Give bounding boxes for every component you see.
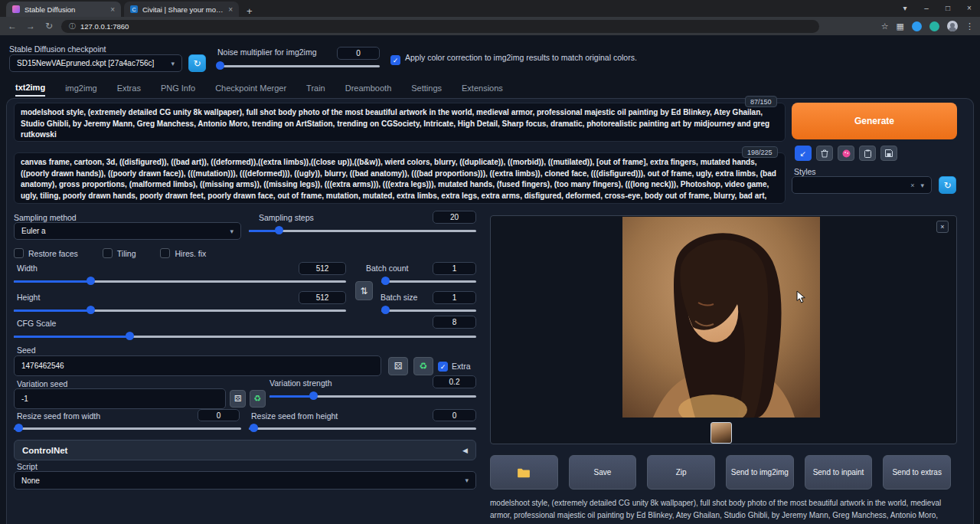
- zip-button[interactable]: Zip: [647, 455, 715, 490]
- tab-txt2img[interactable]: txt2img: [15, 83, 45, 97]
- close-window-icon[interactable]: ×: [959, 0, 980, 17]
- browser-tab-stable-diffusion[interactable]: Stable Diffusion ×: [6, 2, 121, 17]
- tab-train[interactable]: Train: [306, 84, 325, 96]
- cfg-scale-slider[interactable]: [14, 332, 476, 341]
- resize-seed-width-slider[interactable]: [14, 424, 241, 433]
- negative-prompt-token-counter: 198/225: [742, 146, 778, 158]
- controlnet-accordion[interactable]: ControlNet ◀: [14, 440, 476, 460]
- prompt-tool-row: ↙: [795, 146, 897, 161]
- new-tab-button[interactable]: +: [247, 5, 253, 17]
- address-bar[interactable]: ⓘ 127.0.0.1:7860: [61, 20, 819, 33]
- open-folder-button[interactable]: [490, 455, 558, 490]
- tab-extras[interactable]: Extras: [117, 84, 141, 96]
- slider-handle[interactable]: [309, 391, 318, 400]
- slider-handle[interactable]: [126, 332, 134, 340]
- extension-blue-icon[interactable]: [912, 21, 922, 31]
- height-slider[interactable]: [14, 306, 346, 315]
- browser-tab-civitai[interactable]: C Civitai | Share your models ×: [124, 2, 239, 17]
- swap-dimensions-button[interactable]: ⇅: [355, 281, 373, 300]
- resize-seed-height-value[interactable]: 0: [433, 409, 476, 421]
- refresh-checkpoints-button[interactable]: ↻: [188, 54, 206, 72]
- menu-kebab-icon[interactable]: ⋮: [965, 21, 974, 31]
- slider-handle[interactable]: [216, 61, 224, 70]
- random-variation-seed-button[interactable]: ⚄: [230, 390, 246, 408]
- slider-handle[interactable]: [250, 424, 258, 432]
- seed-extra-checkbox[interactable]: ✓: [438, 362, 448, 372]
- reuse-seed-button[interactable]: ♻: [413, 357, 433, 375]
- tab-img2img[interactable]: img2img: [65, 84, 97, 96]
- tab-dreambooth[interactable]: Dreambooth: [345, 84, 392, 96]
- prompt-textarea[interactable]: modelshoot style, (extremely detailed CG…: [14, 103, 786, 142]
- batch-size-value[interactable]: 1: [433, 291, 476, 304]
- variation-seed-input[interactable]: -1: [14, 388, 226, 409]
- save-style-button[interactable]: [880, 146, 897, 161]
- reuse-variation-seed-button[interactable]: ♻: [250, 390, 266, 408]
- width-slider[interactable]: [14, 277, 346, 286]
- height-value[interactable]: 512: [299, 291, 346, 304]
- slider-handle[interactable]: [87, 277, 95, 285]
- save-button[interactable]: Save: [569, 455, 637, 490]
- noise-multiplier-slider[interactable]: [217, 61, 380, 70]
- apps-grid-icon[interactable]: ▦: [897, 21, 904, 31]
- gallery-thumbnail[interactable]: [710, 422, 732, 444]
- batch-count-value[interactable]: 1: [433, 262, 476, 275]
- profile-avatar[interactable]: [947, 21, 958, 31]
- checkpoint-dropdown[interactable]: SD15NewVAEpruned.ckpt [27a4ac756c] ▾: [9, 54, 182, 72]
- slider-handle[interactable]: [87, 306, 95, 314]
- tab-close-icon[interactable]: ×: [228, 5, 233, 14]
- toggle-row: Restore faces Tiling Hires. fix: [14, 248, 206, 258]
- slider-handle[interactable]: [275, 226, 283, 234]
- script-dropdown[interactable]: None ▾: [14, 471, 476, 490]
- variation-strength-value[interactable]: 0.2: [433, 375, 476, 388]
- random-seed-button[interactable]: ⚄: [388, 357, 408, 375]
- sampling-steps-slider[interactable]: [249, 226, 476, 235]
- variation-strength-slider[interactable]: [270, 391, 476, 401]
- batch-count-slider[interactable]: [381, 277, 476, 286]
- restore-faces-checkbox[interactable]: [14, 248, 24, 258]
- width-value[interactable]: 512: [299, 262, 346, 275]
- color-correction-checkbox[interactable]: ✓: [390, 55, 400, 65]
- tab-checkpoint-merger[interactable]: Checkpoint Merger: [215, 84, 286, 96]
- resize-seed-height-slider[interactable]: [249, 424, 476, 433]
- tab-extensions[interactable]: Extensions: [462, 84, 503, 96]
- tiling-checkbox[interactable]: [103, 248, 113, 258]
- tiling-label: Tiling: [117, 249, 136, 258]
- slider-handle[interactable]: [15, 424, 23, 432]
- styles-dropdown[interactable]: × ▾: [792, 176, 932, 194]
- apply-style-button[interactable]: [859, 146, 876, 161]
- generate-button[interactable]: Generate: [792, 103, 957, 139]
- negative-prompt-textarea[interactable]: canvas frame, cartoon, 3d, ((disfigured)…: [14, 152, 786, 204]
- batch-size-slider[interactable]: [381, 306, 476, 315]
- cfg-scale-value[interactable]: 8: [433, 316, 476, 329]
- slider-handle[interactable]: [381, 306, 390, 314]
- slider-handle[interactable]: [381, 277, 390, 285]
- hires-fix-checkbox[interactable]: [160, 248, 170, 258]
- paste-params-button[interactable]: ↙: [795, 146, 812, 161]
- extension-teal-icon[interactable]: [929, 21, 939, 31]
- tab-search-icon[interactable]: ▾: [894, 0, 916, 17]
- tab-png-info[interactable]: PNG Info: [161, 84, 195, 96]
- maximize-icon[interactable]: □: [937, 0, 959, 17]
- seed-input[interactable]: 1476462546: [14, 355, 381, 376]
- send-to-extras-button[interactable]: Send to extras: [883, 455, 951, 490]
- clear-styles-icon[interactable]: ×: [910, 182, 914, 189]
- minimize-icon[interactable]: –: [916, 0, 937, 17]
- sampling-steps-value[interactable]: 20: [433, 211, 476, 224]
- generated-image[interactable]: [622, 217, 820, 418]
- back-icon[interactable]: ←: [6, 21, 18, 31]
- tab-settings[interactable]: Settings: [411, 84, 442, 96]
- send-to-img2img-button[interactable]: Send to img2img: [726, 455, 794, 490]
- close-image-button[interactable]: ×: [936, 221, 949, 233]
- forward-icon[interactable]: →: [24, 21, 37, 31]
- extra-networks-button[interactable]: [838, 146, 854, 161]
- noise-multiplier-value[interactable]: 0: [337, 47, 380, 60]
- sampling-method-dropdown[interactable]: Euler a ▾: [14, 222, 241, 240]
- site-info-icon[interactable]: ⓘ: [69, 21, 76, 31]
- tab-close-icon[interactable]: ×: [110, 5, 115, 14]
- reload-icon[interactable]: ↻: [43, 21, 55, 31]
- refresh-styles-button[interactable]: ↻: [939, 176, 956, 194]
- send-to-inpaint-button[interactable]: Send to inpaint: [805, 455, 873, 490]
- bookmark-star-icon[interactable]: ☆: [881, 21, 889, 31]
- clear-prompt-button[interactable]: [816, 146, 833, 161]
- resize-seed-width-value[interactable]: 0: [198, 409, 240, 421]
